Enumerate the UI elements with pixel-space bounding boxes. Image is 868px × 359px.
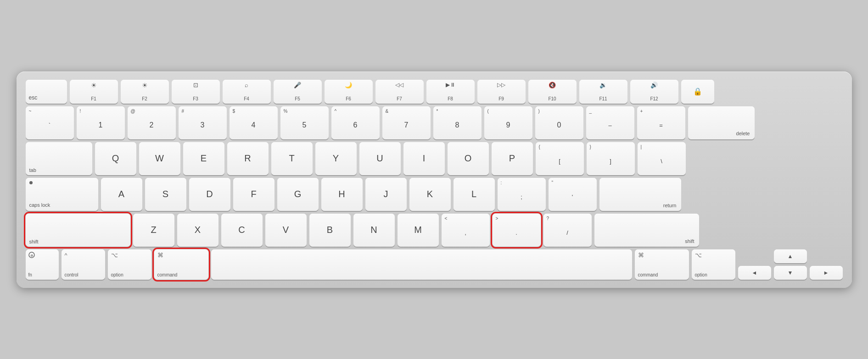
key-backtick[interactable]: ~ ` [26,106,74,139]
key-d[interactable]: D [189,178,230,211]
key-f6[interactable]: 🌙 F6 [325,80,373,104]
key-f10[interactable]: 🔇 F10 [528,80,577,104]
key-f11[interactable]: 🔉 F11 [579,80,627,104]
key-h[interactable]: H [321,178,363,211]
key-f5[interactable]: 🎤 F5 [274,80,322,104]
key-semicolon[interactable]: : ; [498,178,546,211]
key-command-right[interactable]: ⌘ command [635,249,689,280]
key-f1[interactable]: ☀ F1 [70,80,118,104]
key-f7[interactable]: ◁◁ F7 [375,80,424,104]
key-m[interactable]: M [398,214,439,247]
key-9[interactable]: ( 9 [484,106,532,139]
key-f8[interactable]: ▶⏸ F8 [426,80,475,104]
key-f12[interactable]: 🔊 F12 [630,80,678,104]
key-shift-left[interactable]: shift [26,214,130,247]
key-j[interactable]: J [365,178,407,211]
key-tab[interactable]: tab [26,142,92,175]
bottom-row: ⊕ fn ^ control ⌥ option ⌘ command ⌘ comm… [26,249,843,280]
key-control[interactable]: ^ control [62,249,105,280]
key-1[interactable]: ! 1 [77,106,125,139]
key-f2[interactable]: ☀ F2 [121,80,169,104]
key-c[interactable]: C [221,214,263,247]
key-space[interactable] [211,249,632,280]
key-i[interactable]: I [403,142,445,175]
key-arrow-down[interactable]: ▼ [774,266,807,280]
key-g[interactable]: G [277,178,319,211]
key-x[interactable]: X [177,214,218,247]
key-r[interactable]: R [227,142,269,175]
key-option-right[interactable]: ⌥ option [692,249,735,280]
key-lock[interactable]: 🔒 [681,80,714,104]
key-a[interactable]: A [101,178,142,211]
key-minus[interactable]: _ – [586,106,634,139]
key-arrow-up[interactable]: ▲ [774,249,807,263]
key-bracket-r[interactable]: } ] [587,142,635,175]
key-delete[interactable]: delete [688,106,755,139]
key-equal[interactable]: + = [637,106,685,139]
key-f3[interactable]: ⊡ F3 [172,80,220,104]
key-6[interactable]: ^ 6 [331,106,380,139]
key-w[interactable]: W [139,142,180,175]
key-option-left[interactable]: ⌥ option [108,249,151,280]
key-4[interactable]: $ 4 [230,106,278,139]
qwerty-row: tab Q W E R T Y U I O P [26,142,843,175]
key-arrow-left[interactable]: ◄ [738,266,771,280]
svg-text:⊕: ⊕ [30,254,33,258]
key-q[interactable]: Q [95,142,136,175]
key-bracket-l[interactable]: { [ [536,142,584,175]
key-3[interactable]: # 3 [179,106,227,139]
key-fn[interactable]: ⊕ fn [26,249,59,280]
key-o[interactable]: O [448,142,489,175]
key-return[interactable]: return [599,178,681,211]
key-v[interactable]: V [265,214,307,247]
key-shift-right[interactable]: shift [594,214,699,247]
key-z[interactable]: Z [133,214,174,247]
key-backslash[interactable]: | \ [638,142,686,175]
key-b[interactable]: B [309,214,351,247]
key-y[interactable]: Y [315,142,357,175]
key-comma[interactable]: < , [442,214,490,247]
key-s[interactable]: S [145,178,186,211]
key-f[interactable]: F [233,178,274,211]
number-row: ~ ` ! 1 @ 2 # 3 $ 4 % 5 ^ 6 & 7 [26,106,843,139]
key-l[interactable]: L [454,178,495,211]
key-arrow-right[interactable]: ► [810,266,843,280]
key-f4[interactable]: ⌕ F4 [223,80,271,104]
key-slash[interactable]: ? / [543,214,592,247]
key-capslock[interactable]: caps lock [26,178,98,211]
key-e[interactable]: E [183,142,224,175]
key-f9[interactable]: ▷▷ F9 [477,80,526,104]
key-7[interactable]: & 7 [382,106,431,139]
asdf-row: caps lock A S D F G H J K L : ; [26,178,843,211]
key-8[interactable]: * 8 [433,106,482,139]
key-0[interactable]: ) 0 [535,106,583,139]
keyboard: esc ☀ F1 ☀ F2 ⊡ F3 ⌕ F4 🎤 F5 🌙 F6 ◁◁ F7 [17,72,852,288]
shift-row: shift Z X C V B N M < , > . [26,214,843,247]
key-esc[interactable]: esc [26,80,67,104]
key-p[interactable]: P [492,142,533,175]
key-quote[interactable]: " ' [549,178,597,211]
key-command-left[interactable]: ⌘ command [154,249,208,280]
key-period[interactable]: > . [493,214,541,247]
key-5[interactable]: % 5 [280,106,329,139]
key-k[interactable]: K [409,178,451,211]
key-2[interactable]: @ 2 [128,106,176,139]
key-t[interactable]: T [271,142,313,175]
key-n[interactable]: N [353,214,395,247]
key-u[interactable]: U [359,142,401,175]
function-row: esc ☀ F1 ☀ F2 ⊡ F3 ⌕ F4 🎤 F5 🌙 F6 ◁◁ F7 [26,80,843,104]
